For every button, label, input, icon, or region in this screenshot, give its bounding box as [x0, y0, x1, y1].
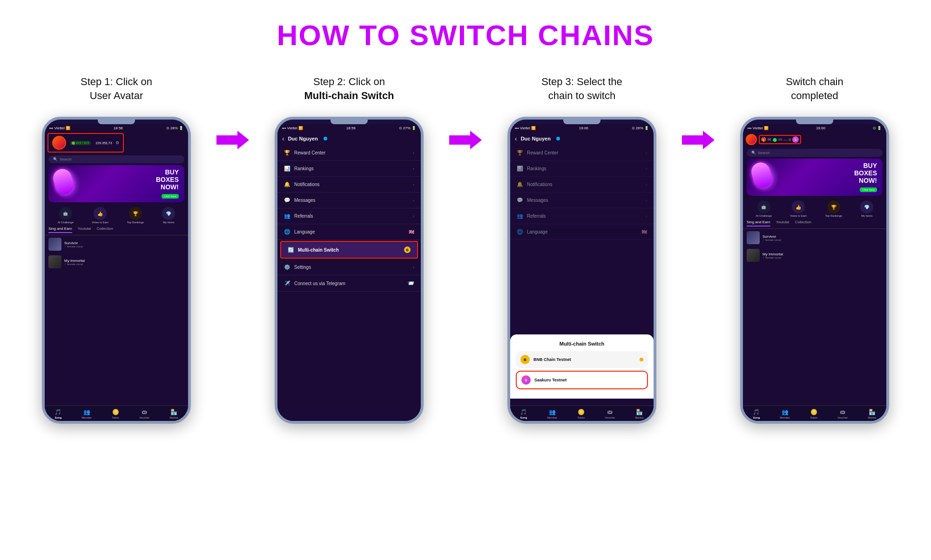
dot-green-4: ⬤ [773, 138, 777, 142]
click-here-btn-4[interactable]: Click here [860, 187, 877, 192]
dash-icon-4: — [783, 138, 787, 142]
song-sub-1b: ♀ female vocal [64, 263, 184, 266]
tab-youtube-1[interactable]: Youtube [78, 227, 91, 233]
menu-header-2: ‹ Duc Nguyen [277, 132, 421, 145]
back-btn-2[interactable]: ‹ [282, 135, 284, 142]
song-item-1b[interactable]: My Immortal ♀ female vocal [45, 253, 188, 271]
tab-youtube-4[interactable]: Youtube [776, 220, 789, 227]
qa-items-4[interactable]: 💎 My Items [860, 200, 873, 217]
qa-rankings[interactable]: 🏆 Top Rankings [127, 207, 144, 224]
qa-icon-items-4: 💎 [860, 200, 873, 213]
menu-notif-left-3: 🔔 Notifications [517, 181, 552, 187]
nav-song-1[interactable]: 🎵 Song [54, 409, 61, 419]
nav-member-1[interactable]: 👥 Member [81, 409, 92, 419]
msg-icon-3: 💬 [517, 197, 523, 203]
click-here-btn-1[interactable]: Click here [162, 194, 179, 199]
status-signal-1: ▪▪▪ Viettel 🛜 [49, 126, 70, 130]
nav-token-icon-3: 🪙 [578, 409, 585, 415]
menu-lang-left-3: 🌐 Language [517, 229, 548, 235]
qa-ai-challenge[interactable]: 🤖 AI Challenge [58, 207, 74, 224]
menu-username-3: Duc Nguyen [521, 136, 551, 141]
lang-flag-3: 🇬🇧 [641, 229, 647, 234]
chain-bnb-3[interactable]: B BNB Chain Testnet [516, 351, 648, 368]
menu-telegram-2[interactable]: ✈️ Connect us via Telegram 📨 [277, 275, 421, 292]
tab-sing-earn-1[interactable]: Sing and Earn [48, 227, 72, 233]
tab-collection-1[interactable]: Collection [97, 227, 113, 233]
verified-dot-2 [324, 137, 327, 140]
qa-votes-4[interactable]: 👍 Votes to Earn [790, 200, 807, 217]
menu-settings-2[interactable]: ⚙️ Settings › [277, 260, 421, 275]
nav-song-4[interactable]: 🎵 Song [753, 409, 760, 419]
song-sub-4b: ♀ female vocal [762, 256, 883, 259]
search-bar-1[interactable]: 🔍 Search [48, 155, 184, 163]
qa-rankings-4[interactable]: 🏆 Top Rankings [825, 200, 842, 217]
nav-voucher-3[interactable]: 🎟 Voucher [605, 409, 615, 419]
qa-label-ai: AI Challenge [58, 221, 74, 224]
song-item-1a[interactable]: Survivor ♀ female vocal [45, 235, 188, 253]
chain-saakuru-3[interactable]: S Saakuru Testnet [516, 371, 648, 389]
back-btn-3[interactable]: ‹ [515, 135, 517, 142]
step-2-label: Step 2: Click onMulti-chain Switch [304, 75, 394, 107]
nav-token-4[interactable]: 🪙 Token [810, 409, 817, 419]
status-bar-3: ▪▪▪ Viettel 🛜 19:00 ⊙ 26% 🔋 [510, 124, 654, 132]
nav-song-3[interactable]: 🎵 Song [520, 409, 527, 419]
settings-label-2: Settings [294, 265, 311, 270]
nav-member-4[interactable]: 👥 Member [780, 409, 790, 419]
menu-reward-left-2: 🏆 Reward Center [284, 150, 325, 156]
ref-label-3: Referrals [527, 213, 546, 219]
steps-container: Step 1: Click onUser Avatar ▪▪▪ Viettel … [9, 75, 922, 424]
tab-sing-earn-4[interactable]: Sing and Earn [747, 220, 770, 227]
tab-collection-4[interactable]: Collection [795, 220, 811, 227]
status-bar-1: ▪▪▪ Viettel 🛜 18:58 ⊙ 28% 🔋 [45, 124, 188, 132]
menu-multichain-2[interactable]: 🔄 Multi-chain Switch B [280, 241, 418, 259]
nav-song-label-3: Song [520, 416, 527, 419]
bottom-nav-4: 🎵 Song 👥 Member 🪙 Token 🎟 Voucher [743, 406, 886, 421]
step-1-label: Step 1: Click onUser Avatar [81, 75, 152, 107]
phone-4: ▪▪▪ Viettel 🛜 19:00 ⊙ 🔋 🎁 ✉ ⬤ 0/0 — 0 S [740, 117, 889, 424]
song-item-4b[interactable]: My Immortal ♀ female vocal [743, 247, 886, 264]
avatar-header-highlighted[interactable]: 🟢10.5 / 10.5 229.353,73 ⚙ [47, 133, 124, 153]
user-avatar-1[interactable] [52, 136, 66, 150]
nav-token-1[interactable]: 🪙 Token [112, 409, 119, 419]
menu-language-2[interactable]: 🌐 Language 🇬🇧 [277, 224, 421, 240]
msg-chevron-2: › [413, 198, 414, 203]
tabs-4: Sing and Earn Youtube Collection [743, 220, 886, 229]
notif-label-2: Notifications [294, 182, 319, 187]
mail-icon-4: ✉ [768, 137, 771, 142]
nav-market-3[interactable]: 🏪 Market [635, 409, 643, 419]
song-item-4a[interactable]: Survivor ♀ female vocal [743, 229, 886, 247]
nav-market-1[interactable]: 🏪 Market [169, 409, 178, 419]
menu-msg-left-3: 💬 Messages [517, 197, 548, 203]
song-thumb-1b [48, 255, 61, 268]
nav-voucher-4[interactable]: 🎟 Voucher [837, 409, 848, 419]
menu-notifications-2[interactable]: 🔔 Notifications › [277, 177, 421, 193]
menu-reward-3: 🏆 Reward Center › [510, 145, 654, 161]
menu-messages-2[interactable]: 💬 Messages › [277, 193, 421, 208]
nav-voucher-icon-4: 🎟 [840, 409, 845, 415]
qa-items[interactable]: 💎 My Items [162, 207, 175, 224]
nav-member-3[interactable]: 👥 Member [547, 409, 557, 419]
reward-chevron-3: › [646, 151, 647, 155]
status-time-3: 19:00 [579, 126, 588, 130]
rankings-label-3: Rankings [527, 166, 546, 171]
qa-votes[interactable]: 👍 Votes to Earn [92, 207, 108, 224]
notif-chevron-2: › [413, 182, 414, 187]
menu-reward-2[interactable]: 🏆 Reward Center › [277, 145, 421, 161]
menu-ref-left-3: 👥 Referrals [517, 213, 546, 219]
rankings-label-2: Rankings [294, 166, 314, 171]
nav-voucher-1[interactable]: 🎟 Voucher [139, 409, 149, 419]
settings-icon-1: ⚙ [115, 140, 119, 145]
user-avatar-4[interactable] [746, 134, 757, 145]
menu-rankings-2[interactable]: 📊 Rankings › [277, 161, 421, 177]
qa-ai-challenge-4[interactable]: 🤖 AI Challenge [756, 200, 772, 217]
reward-label-3: Reward Center [527, 150, 558, 155]
phone-1-screen: ▪▪▪ Viettel 🛜 18:58 ⊙ 28% 🔋 🟢10.5 / 10.5… [45, 124, 188, 421]
msg-chevron-3: › [646, 198, 647, 203]
search-bar-4[interactable]: 🔍 Search [747, 149, 883, 157]
menu-referrals-2[interactable]: 👥 Referrals › [277, 208, 421, 224]
banner-1: BUYBOXESNOW! Click here [48, 165, 184, 202]
song-info-4a: Survivor ♀ female vocal [762, 234, 883, 241]
nav-market-4[interactable]: 🏪 Market [868, 409, 876, 419]
status-battery-2: ⊙ 27% 🔋 [399, 126, 416, 130]
nav-token-3[interactable]: 🪙 Token [577, 409, 585, 419]
